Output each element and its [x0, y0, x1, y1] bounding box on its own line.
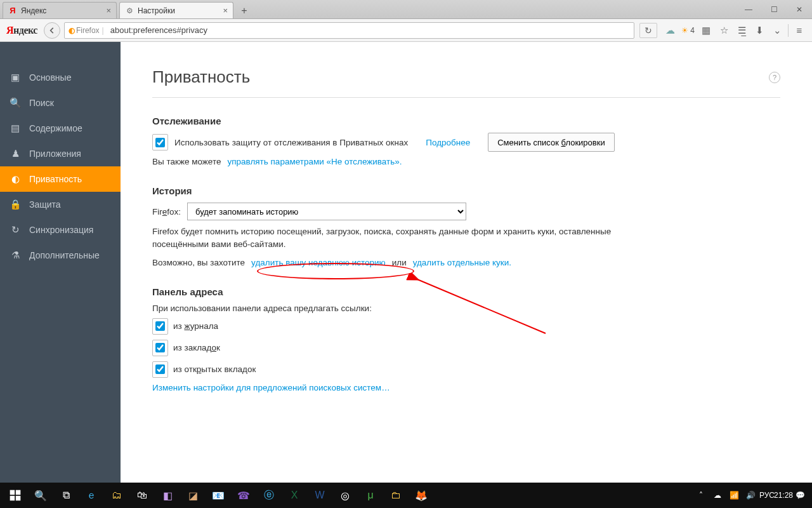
- remove-cookies-link[interactable]: удалить отдельные куки.: [413, 258, 511, 267]
- extension-icon[interactable]: ▦: [697, 22, 715, 39]
- sidebar-item-sync[interactable]: ↻Синхронизация: [0, 217, 121, 243]
- sidebar-item-applications[interactable]: ♟Приложения: [0, 141, 121, 166]
- back-button[interactable]: [44, 22, 60, 39]
- downloads-icon[interactable]: ⬇: [750, 22, 768, 39]
- weather-sun-icon: ☀: [681, 26, 688, 35]
- action-center-icon[interactable]: 💬: [794, 491, 806, 500]
- menu-icon[interactable]: ≡: [790, 22, 808, 39]
- clock[interactable]: 21:28: [778, 491, 789, 500]
- suggest-opentabs-checkbox[interactable]: из открытых вкладок: [152, 361, 780, 378]
- general-icon: ▣: [9, 71, 22, 84]
- section-locationbar: Панель адреса При использовании панели а…: [152, 286, 780, 392]
- section-heading: История: [152, 185, 780, 196]
- clear-recent-history-link[interactable]: удалить вашу недавнюю историю: [251, 258, 386, 267]
- dnt-prefix: Вы также можете: [152, 157, 221, 166]
- applications-icon: ♟: [9, 147, 22, 160]
- svg-rect-2: [16, 490, 21, 495]
- change-search-settings-link[interactable]: Изменить настройки для предложений поиск…: [152, 383, 390, 392]
- url-input[interactable]: [110, 25, 631, 35]
- close-icon[interactable]: ×: [106, 6, 111, 15]
- tab-label: Яндекс: [21, 6, 102, 15]
- volume-icon[interactable]: 🔊: [745, 491, 756, 500]
- sidebar-label: Приватность: [29, 174, 82, 184]
- history-mode-select[interactable]: будет запоминать историю: [187, 203, 466, 220]
- weather-widget[interactable]: ☀ 4: [679, 26, 697, 35]
- onedrive-icon[interactable]: ☁: [712, 491, 723, 500]
- svg-rect-3: [10, 496, 15, 501]
- ie-icon[interactable]: ⓔ: [256, 483, 282, 508]
- history-maybe-prefix: Возможно, вы захотите: [152, 258, 245, 267]
- app-icon-2[interactable]: ◪: [180, 483, 206, 508]
- weather-cloud-icon[interactable]: ☁: [661, 22, 679, 39]
- task-view-icon[interactable]: ⧉: [53, 483, 79, 508]
- toolbar: Яндекс ◐ Firefox | ↻ ☁ ☀ 4 ▦ ☆ ☰̲ ⬇ ⌄ ≡: [0, 19, 812, 42]
- help-icon[interactable]: ?: [769, 72, 780, 83]
- tab-yandex[interactable]: Я Яндекс ×: [3, 2, 117, 18]
- url-bar[interactable]: ◐ Firefox |: [64, 22, 634, 39]
- close-window-button[interactable]: ✕: [787, 0, 812, 19]
- start-button[interactable]: [3, 483, 28, 508]
- settings-sidebar: ▣Основные 🔍Поиск ▤Содержимое ♟Приложения…: [0, 42, 121, 483]
- maximize-button[interactable]: ☐: [761, 0, 787, 19]
- sidebar-item-security[interactable]: 🔒Защита: [0, 192, 121, 217]
- section-heading: Отслеживание: [152, 116, 780, 126]
- page-header: Приватность ?: [152, 67, 780, 98]
- new-tab-button[interactable]: +: [236, 3, 252, 18]
- advanced-icon: ⚗: [9, 249, 22, 262]
- explorer-window-icon[interactable]: 🗀: [383, 483, 409, 508]
- sidebar-item-general[interactable]: ▣Основные: [0, 65, 121, 90]
- viber-icon[interactable]: ☎: [231, 483, 256, 508]
- settings-main: Приватность ? Отслеживание Использовать …: [121, 42, 812, 483]
- tracking-protection-checkbox[interactable]: [152, 134, 168, 150]
- sidebar-label: Защита: [29, 199, 61, 210]
- edge-icon[interactable]: ｅ: [79, 483, 104, 508]
- store-icon[interactable]: 🛍: [129, 483, 155, 508]
- file-explorer-icon[interactable]: 🗂: [104, 483, 129, 508]
- utorrent-icon[interactable]: μ: [358, 483, 383, 508]
- taskbar-search-icon[interactable]: 🔍: [28, 483, 53, 508]
- dnt-link[interactable]: управлять параметрами «Не отслеживать».: [227, 157, 402, 166]
- outlook-icon[interactable]: 📧: [206, 483, 231, 508]
- app-icon-1[interactable]: ◧: [155, 483, 180, 508]
- section-heading: Панель адреса: [152, 286, 780, 297]
- section-history: История Firefox: будет запоминать истори…: [152, 185, 780, 267]
- wifi-icon[interactable]: 📶: [728, 491, 740, 500]
- reload-button[interactable]: ↻: [639, 23, 657, 38]
- content-area: ▣Основные 🔍Поиск ▤Содержимое ♟Приложения…: [0, 42, 812, 483]
- chrome-icon[interactable]: ◎: [332, 483, 358, 508]
- firefox-taskbar-icon[interactable]: 🦊: [409, 483, 434, 508]
- library-icon[interactable]: ☰̲: [733, 22, 750, 39]
- sidebar-label: Приложения: [29, 149, 81, 159]
- suggest-history-checkbox[interactable]: из журнала: [152, 318, 780, 335]
- sidebar-label: Дополнительные: [29, 250, 100, 260]
- identity-box[interactable]: ◐ Firefox |: [69, 26, 107, 35]
- tray-overflow-icon[interactable]: ˄: [695, 491, 707, 500]
- separator: [788, 24, 789, 37]
- pocket-icon[interactable]: ⌄: [768, 22, 786, 39]
- close-icon[interactable]: ×: [223, 6, 228, 15]
- suggest-bookmarks-checkbox[interactable]: из закладок: [152, 340, 780, 356]
- sidebar-item-advanced[interactable]: ⚗Дополнительные: [0, 243, 121, 268]
- tab-settings[interactable]: ⚙ Настройки ×: [119, 2, 233, 18]
- learn-more-link[interactable]: Подробнее: [426, 138, 470, 147]
- bookmark-star-icon[interactable]: ☆: [715, 22, 733, 39]
- section-tracking: Отслеживание Использовать защиту от отсл…: [152, 116, 780, 166]
- firefox-icon: ◐: [69, 26, 75, 35]
- minimize-button[interactable]: —: [736, 0, 761, 19]
- lock-icon: 🔒: [9, 198, 22, 211]
- sidebar-item-content[interactable]: ▤Содержимое: [0, 116, 121, 141]
- excel-icon[interactable]: X: [282, 483, 307, 508]
- favicon-settings: ⚙: [125, 6, 134, 15]
- favicon-yandex: Я: [8, 6, 17, 15]
- window-controls: — ☐ ✕: [736, 0, 812, 19]
- history-or: или: [392, 258, 407, 267]
- privacy-icon: ◐: [9, 173, 22, 185]
- page-title: Приватность: [152, 67, 250, 87]
- sidebar-item-search[interactable]: 🔍Поиск: [0, 90, 121, 116]
- sidebar-item-privacy[interactable]: ◐Приватность: [0, 166, 121, 192]
- svg-rect-1: [10, 490, 15, 495]
- change-blocklist-button[interactable]: Сменить список блокировки: [488, 133, 614, 152]
- yandex-logo[interactable]: Яндекс: [6, 25, 37, 36]
- word-icon[interactable]: W: [307, 483, 332, 508]
- language-indicator[interactable]: РУС: [761, 491, 773, 500]
